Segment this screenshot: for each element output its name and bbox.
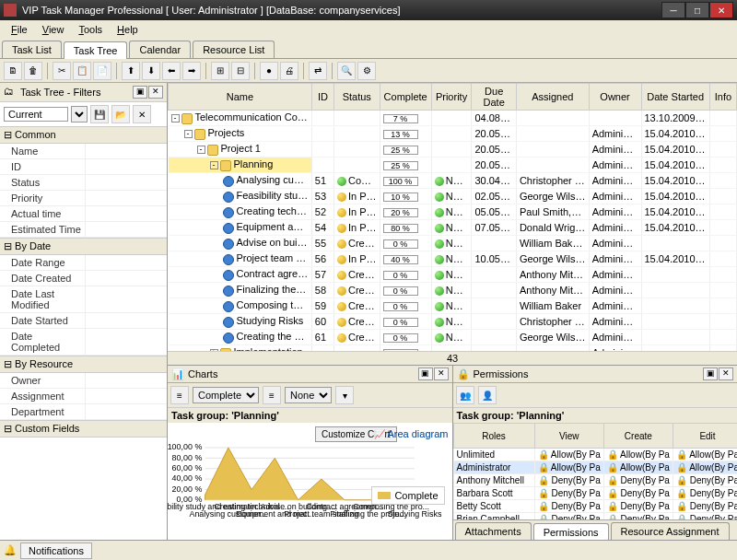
task-name-cell[interactable]: Composing the procurement plan (169, 298, 312, 314)
col-header[interactable]: Owner (589, 84, 641, 111)
filter-row-field[interactable] (85, 389, 167, 403)
toolbar-btn[interactable]: 🗑 (24, 62, 42, 80)
col-header[interactable]: Due Date (472, 84, 517, 111)
filter-section-byResource[interactable]: By Resource (0, 356, 167, 373)
filter-section-common[interactable]: Common (0, 126, 167, 144)
perm-col[interactable]: Roles (453, 424, 534, 449)
task-row[interactable]: -Planning25 %20.05.2010Administrator15.0… (169, 158, 737, 173)
bottom-tab[interactable]: Resource Assignment (611, 522, 730, 540)
filter-row-field[interactable] (85, 373, 167, 388)
menu-help[interactable]: Help (110, 22, 146, 37)
col-header[interactable]: Date Started (641, 84, 709, 111)
minimize-button[interactable]: ─ (661, 2, 685, 18)
chart-field-select[interactable]: Complete (193, 387, 259, 403)
maximize-button[interactable]: □ (685, 2, 709, 18)
toolbar-btn[interactable]: ⬆ (122, 62, 140, 80)
task-row[interactable]: Creating technical documentation52In Pro… (169, 204, 737, 220)
task-row[interactable]: Project team staffing56In Progress40 %No… (169, 251, 737, 267)
expand-icon[interactable]: - (197, 146, 205, 154)
perm-col[interactable]: Edit (673, 424, 737, 449)
area-diagram-link[interactable]: 📈 Area diagram (374, 428, 449, 439)
task-name-cell[interactable]: Contract agreement and signing up (169, 267, 312, 283)
toolbar-btn[interactable]: ⊞ (211, 62, 229, 80)
task-row[interactable]: Analysing customer needs and Business ca… (169, 173, 737, 189)
expand-icon[interactable]: - (184, 130, 193, 138)
task-name-cell[interactable]: Advise on building materials and costs (169, 236, 312, 251)
perm-row[interactable]: Anthony Mitchell🔒 Deny(By Pa🔒 Deny(By Pa… (453, 474, 737, 487)
panel-close-icon[interactable]: ✕ (719, 368, 733, 380)
filter-save-icon[interactable]: 💾 (90, 105, 109, 123)
task-row[interactable]: -Telecommunication Company7 %04.08.20151… (169, 111, 737, 126)
toolbar-btn[interactable]: ⚙ (357, 62, 376, 80)
col-header[interactable]: Complete (380, 84, 431, 111)
chart-options-icon[interactable]: ≡ (170, 386, 189, 404)
perm-tool-icon[interactable]: 👥 (456, 386, 474, 404)
perm-row[interactable]: Betty Scott🔒 Deny(By Pa🔒 Deny(By Pa🔒 Den… (453, 500, 737, 513)
col-header[interactable]: ID (311, 84, 333, 111)
toolbar-btn[interactable]: ● (260, 62, 278, 80)
expand-icon[interactable]: - (210, 161, 218, 169)
chart-group-select[interactable]: None (285, 387, 332, 403)
filter-row-field[interactable] (85, 329, 167, 355)
current-filter-input[interactable] (4, 107, 68, 122)
task-name-cell[interactable]: Creating the Project Schedule (169, 330, 312, 345)
panel-max-icon[interactable]: ▣ (703, 368, 718, 380)
menu-file[interactable]: File (4, 22, 35, 37)
task-row[interactable]: Finalizing the project charter58Created0… (169, 283, 737, 298)
task-row[interactable]: Studying Risks60Created0 %NormalChristop… (169, 314, 737, 330)
task-name-cell[interactable]: Creating technical documentation (169, 204, 312, 220)
filter-row-field[interactable] (85, 206, 167, 221)
col-header[interactable]: Info (709, 84, 736, 111)
toolbar-btn[interactable]: 🔍 (337, 62, 356, 80)
task-row[interactable]: -Project 125 %20.05.2010Administrator15.… (169, 142, 737, 158)
perm-tool-icon[interactable]: 👤 (478, 386, 497, 404)
task-name-cell[interactable]: Finalizing the project charter (169, 283, 312, 298)
filter-row-field[interactable] (85, 286, 167, 312)
menu-tools[interactable]: Tools (71, 22, 110, 37)
panel-close-icon[interactable]: ✕ (434, 368, 449, 380)
toolbar-btn[interactable]: ⇄ (309, 62, 327, 80)
toolbar-btn[interactable]: 🗎 (4, 62, 22, 80)
task-name-cell[interactable]: Feasibility study and estimating the sol… (169, 189, 312, 204)
chart-refresh-icon[interactable]: ▾ (335, 386, 354, 404)
chart-options-icon[interactable]: ≡ (263, 386, 281, 404)
notifications-button[interactable]: Notifications (20, 542, 92, 559)
task-row[interactable]: Advise on building materials and costs55… (169, 236, 737, 251)
close-button[interactable]: ✕ (709, 2, 733, 18)
task-row[interactable]: -Projects13 %20.05.2010Administrator15.0… (169, 126, 737, 142)
filter-row-field[interactable] (85, 159, 167, 174)
tab-calendar[interactable]: Calendar (129, 41, 191, 58)
task-row[interactable]: Equipment and materials specification54I… (169, 220, 737, 236)
toolbar-btn[interactable]: 🖨 (280, 62, 298, 80)
task-name-cell[interactable]: -Projects (169, 126, 312, 142)
perm-row[interactable]: Brian Campbell🔒 Deny(By Pa🔒 Deny(By Pa🔒 … (453, 513, 737, 520)
bottom-tab[interactable]: Permissions (533, 523, 609, 540)
tab-resource-list[interactable]: Resource List (193, 41, 275, 58)
task-name-cell[interactable]: Analysing customer needs and Business ca… (169, 173, 312, 189)
col-header[interactable]: Status (333, 84, 380, 111)
panel-max-icon[interactable]: ▣ (133, 86, 147, 99)
permissions-grid[interactable]: RolesViewCreateEditDeleteetting permissi… (453, 423, 738, 519)
task-name-cell[interactable]: Project team staffing (169, 251, 312, 267)
toolbar-btn[interactable]: ⊟ (231, 62, 250, 80)
toolbar-btn[interactable]: ⬅ (162, 62, 181, 80)
filter-section-custom[interactable]: Custom Fields (0, 420, 167, 438)
task-row[interactable]: Creating the Project Schedule61Created0 … (169, 330, 737, 345)
filter-select[interactable] (71, 106, 88, 122)
perm-row[interactable]: Barbara Scott🔒 Deny(By Pa🔒 Deny(By Pa🔒 D… (453, 487, 737, 500)
filter-delete-icon[interactable]: ✕ (133, 105, 151, 123)
filter-row-field[interactable] (85, 255, 167, 270)
toolbar-btn[interactable]: ✂ (53, 62, 71, 80)
filter-row-field[interactable] (85, 222, 167, 237)
filter-row-field[interactable] (85, 175, 167, 190)
task-name-cell[interactable]: Studying Risks (169, 314, 312, 330)
col-header[interactable]: Priority (431, 84, 472, 111)
panel-close-icon[interactable]: ✕ (148, 86, 163, 99)
filter-row-field[interactable] (85, 271, 167, 286)
toolbar-btn[interactable]: 📋 (73, 62, 91, 80)
perm-col[interactable]: Create (603, 424, 673, 449)
col-header[interactable]: Name (169, 84, 312, 111)
task-name-cell[interactable]: -Planning (169, 158, 312, 173)
task-row[interactable]: Feasibility study and estimating the sol… (169, 189, 737, 204)
tab-task-list[interactable]: Task List (2, 41, 62, 58)
